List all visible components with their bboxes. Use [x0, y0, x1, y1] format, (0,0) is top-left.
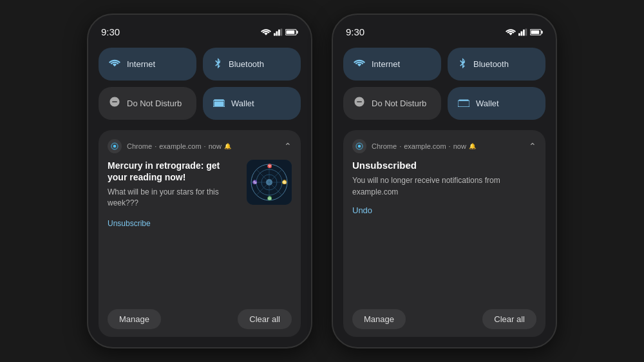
quick-tiles-2: Internet Bluetooth Do Not Disturb [343, 48, 545, 120]
svg-point-32 [358, 145, 361, 148]
svg-text:♋: ♋ [282, 180, 287, 185]
manage-button-2[interactable]: Manage [352, 309, 406, 329]
battery-icon-2 [530, 28, 543, 36]
notif-app-name-1: Chrome [127, 142, 152, 150]
svg-rect-26 [526, 28, 527, 35]
dnd-tile-2[interactable]: Do Not Disturb [343, 87, 441, 120]
svg-rect-29 [531, 30, 539, 34]
notif-header-1: Chrome · example.com · now 🔔 ⌃ [108, 139, 292, 153]
clear-all-button-1[interactable]: Clear all [238, 309, 292, 329]
dnd-tile-icon-2 [354, 96, 365, 111]
notif-dot-1: · [155, 142, 156, 150]
signal-icon-2 [518, 28, 527, 36]
notif-text-1: Mercury in retrograde: get your reading … [108, 160, 240, 229]
wifi-signal-icon [261, 28, 271, 36]
notif-header-left-2: Chrome · example.com · now 🔔 [352, 139, 476, 153]
svg-rect-2 [278, 29, 280, 35]
manage-button-1[interactable]: Manage [108, 309, 161, 329]
notif-content-1: Mercury in retrograde: get your reading … [108, 160, 292, 229]
svg-rect-3 [281, 28, 283, 35]
dnd-tile-icon [109, 96, 120, 111]
svg-rect-24 [521, 31, 523, 35]
wifi-signal-icon-2 [506, 28, 516, 36]
notification-card-2: Chrome · example.com · now 🔔 ⌃ Unsubscri… [343, 130, 545, 337]
notif-header-2: Chrome · example.com · now 🔔 ⌃ [352, 139, 536, 153]
internet-tile-label-1: Internet [127, 59, 155, 69]
phone-2: 9:30 [332, 14, 557, 348]
svg-rect-0 [274, 33, 276, 35]
status-bar-1: 9:30 [99, 26, 301, 37]
phone-1: 9:30 [87, 14, 312, 348]
bluetooth-tile-label-2: Bluetooth [473, 59, 509, 69]
notif-header-left-1: Chrome · example.com · now 🔔 [108, 139, 231, 153]
wallet-tile-icon [213, 97, 225, 110]
internet-tile-1[interactable]: Internet [99, 48, 196, 81]
wifi-tile-icon [109, 57, 120, 71]
status-time-2: 9:30 [346, 26, 365, 37]
signal-icon [274, 28, 283, 36]
notif-site-1: example.com [159, 142, 201, 150]
unsubscribe-link-1[interactable]: Unsubscribe [108, 219, 151, 228]
chevron-up-icon-1[interactable]: ⌃ [284, 141, 292, 151]
svg-text:♈: ♈ [267, 164, 272, 169]
internet-tile-label-2: Internet [372, 59, 400, 69]
wallet-tile-1[interactable]: Wallet [203, 87, 301, 120]
notif-app-name-2: Chrome [372, 142, 397, 150]
notif-title-1: Mercury in retrograde: get your reading … [108, 160, 240, 183]
wallet-tile-label-2: Wallet [476, 99, 499, 108]
unsubscribed-title-2: Unsubscribed [352, 160, 536, 171]
quick-tiles-1: Internet Bluetooth Do Not Disturb [99, 48, 301, 120]
notif-dot2-1: · [204, 142, 206, 150]
notif-meta-2: Chrome · example.com · now 🔔 [372, 142, 476, 150]
svg-rect-25 [523, 29, 525, 35]
dnd-tile-label-2: Do Not Disturb [372, 99, 426, 108]
svg-rect-1 [276, 31, 278, 35]
status-icons-2 [506, 28, 543, 36]
notif-dot-2: · [399, 142, 401, 150]
svg-rect-28 [542, 30, 543, 33]
status-bar-2: 9:30 [343, 26, 545, 37]
dnd-tile-1[interactable]: Do Not Disturb [99, 87, 196, 120]
notif-actions-2: Manage Clear all [352, 304, 536, 329]
notif-image-1: ♈ ♋ ♎ ♑ [247, 160, 292, 205]
notification-card-1: Chrome · example.com · now 🔔 ⌃ Mercury i… [99, 130, 301, 337]
notif-meta-1: Chrome · example.com · now 🔔 [127, 142, 231, 150]
svg-point-9 [113, 145, 117, 148]
bluetooth-tile-icon-2 [458, 57, 467, 71]
svg-rect-6 [286, 30, 294, 34]
notif-body-1: What will be in your stars for this week… [108, 187, 240, 209]
chrome-app-icon-2 [352, 139, 366, 153]
internet-tile-2[interactable]: Internet [343, 48, 441, 81]
bluetooth-tile-label-1: Bluetooth [229, 59, 264, 69]
notif-site-2: example.com [404, 142, 446, 150]
status-icons-1 [261, 28, 298, 36]
dnd-tile-label-1: Do Not Disturb [127, 99, 182, 108]
svg-rect-8 [214, 100, 224, 101]
unsubscribed-body-2: You will no longer receive notifications… [352, 175, 536, 198]
undo-link-2[interactable]: Undo [352, 205, 372, 215]
bluetooth-tile-1[interactable]: Bluetooth [203, 48, 301, 81]
battery-icon [285, 28, 298, 36]
wallet-tile-label-1: Wallet [231, 99, 254, 108]
svg-rect-5 [297, 30, 298, 33]
svg-text:♎: ♎ [267, 196, 272, 201]
svg-text:♑: ♑ [252, 180, 258, 185]
notif-actions-1: Manage Clear all [108, 304, 292, 329]
bluetooth-tile-icon [213, 57, 222, 71]
notif-time-1: now [209, 142, 222, 150]
status-time-1: 9:30 [101, 26, 120, 37]
chevron-up-icon-2[interactable]: ⌃ [529, 141, 536, 151]
notif-bell-icon-1: 🔔 [224, 143, 231, 149]
svg-rect-31 [459, 100, 469, 101]
bluetooth-tile-2[interactable]: Bluetooth [448, 48, 545, 81]
notif-time-2: now [453, 142, 466, 150]
svg-rect-30 [458, 100, 469, 107]
clear-all-button-2[interactable]: Clear all [482, 309, 536, 329]
wallet-tile-icon-2 [458, 97, 469, 110]
notif-bell-icon-2: 🔔 [469, 143, 476, 149]
wifi-tile-icon-2 [354, 57, 365, 71]
chrome-app-icon-1 [108, 139, 122, 153]
notif-dot2-2: · [449, 142, 451, 150]
notif-text-2: Unsubscribed You will no longer receive … [352, 160, 536, 304]
wallet-tile-2[interactable]: Wallet [448, 87, 545, 120]
